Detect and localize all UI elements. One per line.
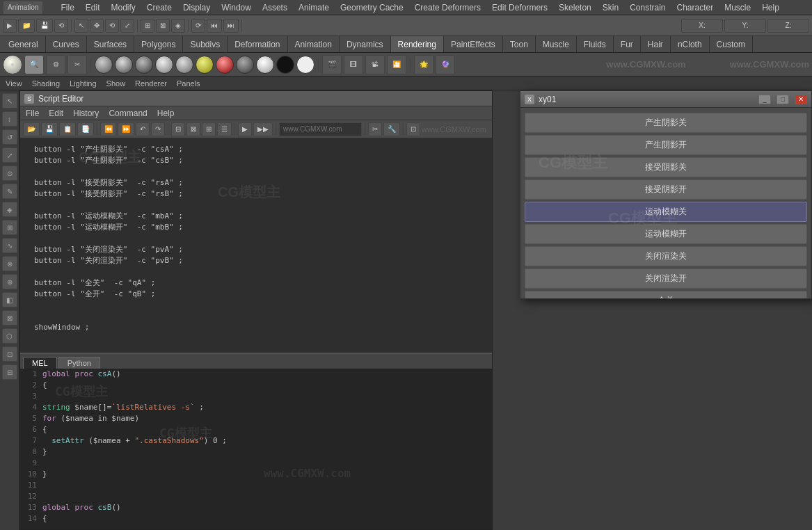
toolbar-btn-10[interactable]: ⊠ xyxy=(156,19,170,33)
xy01-btn-0[interactable]: 产生阴影关 xyxy=(525,113,807,133)
sidebar-snap[interactable]: ⊞ xyxy=(2,220,17,235)
menu-edit[interactable]: Edit xyxy=(83,3,103,13)
menu-createdef[interactable]: Create Deformers xyxy=(412,3,484,13)
menu-file[interactable]: File xyxy=(58,3,77,13)
sidebar-tool3[interactable]: ◧ xyxy=(2,292,17,307)
sidebar-move[interactable]: ↕ xyxy=(2,111,17,127)
toolbar-btn-5[interactable]: ↖ xyxy=(74,19,88,33)
tab-fur[interactable]: Fur xyxy=(614,36,641,52)
tab-polygons[interactable]: Polygons xyxy=(134,36,183,52)
xy01-btn-4[interactable]: 运动模糊关 xyxy=(525,202,807,222)
sub-shading[interactable]: Shading xyxy=(29,79,63,88)
xy01-btn-2[interactable]: 接受阴影关 xyxy=(525,157,807,177)
se-btn-10[interactable]: ⊠ xyxy=(186,122,200,136)
sidebar-curve[interactable]: ∿ xyxy=(2,238,17,253)
toolbar-btn-11[interactable]: ◈ xyxy=(171,19,185,33)
mode-dropdown[interactable]: Animation xyxy=(3,1,43,15)
xy01-maximize[interactable]: □ xyxy=(777,95,789,104)
xy01-btn-7[interactable]: 关闭渲染开 xyxy=(525,268,807,289)
xy01-btn-3[interactable]: 接受阴影开 xyxy=(525,179,807,200)
render-film-1[interactable]: 🎬 xyxy=(322,55,342,74)
tab-custom[interactable]: Custom xyxy=(710,36,753,52)
sphere-2[interactable] xyxy=(115,56,133,74)
render-film-4[interactable]: 🎦 xyxy=(387,55,406,74)
se-file[interactable]: File xyxy=(23,109,42,118)
se-history[interactable]: History xyxy=(70,109,102,118)
menu-skeleton[interactable]: Skeleton xyxy=(556,3,594,13)
render-icon-3[interactable]: ⚙ xyxy=(46,55,65,74)
render-icon-2[interactable]: 🔍 xyxy=(24,55,44,74)
sidebar-tool5[interactable]: ⬡ xyxy=(2,328,17,344)
render-misc-1[interactable]: 🌟 xyxy=(414,55,433,74)
se-btn-6[interactable]: ⏩ xyxy=(118,122,134,136)
toolbar-btn-9[interactable]: ⊞ xyxy=(141,19,154,33)
xy01-close[interactable]: ✕ xyxy=(795,95,807,104)
tab-hair[interactable]: Hair xyxy=(641,36,671,52)
sidebar-select[interactable]: ↖ xyxy=(2,93,17,109)
se-btn-box[interactable]: ⊡ xyxy=(406,122,420,136)
sphere-10[interactable] xyxy=(276,56,294,74)
se-btn-1[interactable]: 📂 xyxy=(23,122,40,136)
toolbar-btn-8[interactable]: ⤢ xyxy=(120,19,134,33)
sub-show[interactable]: Show xyxy=(104,79,129,88)
sphere-3[interactable] xyxy=(135,56,153,74)
tab-curves[interactable]: Curves xyxy=(46,36,87,52)
se-btn-wrench[interactable]: 🔧 xyxy=(383,122,400,136)
se-search[interactable] xyxy=(279,122,362,136)
tab-toon[interactable]: Toon xyxy=(503,36,536,52)
sub-panels[interactable]: Panels xyxy=(174,79,203,88)
se-btn-scissors[interactable]: ✂ xyxy=(368,122,382,136)
sidebar-tool4[interactable]: ⊠ xyxy=(2,310,17,326)
sidebar-tool6[interactable]: ⊡ xyxy=(2,346,17,362)
se-help[interactable]: Help xyxy=(154,109,177,118)
toolbar-x-input[interactable]: X: xyxy=(681,19,723,33)
tab-ncloth[interactable]: nCloth xyxy=(671,36,710,52)
sphere-9[interactable] xyxy=(256,56,274,74)
se-tab-mel[interactable]: MEL xyxy=(23,357,57,369)
se-tab-python[interactable]: Python xyxy=(58,357,100,369)
sphere-1[interactable] xyxy=(95,56,113,74)
sidebar-paint[interactable]: ✎ xyxy=(2,184,17,199)
menu-character[interactable]: Character xyxy=(674,3,716,13)
se-lower-code[interactable]: CG模型主 CG模型主 www.CGMXW.com 1 global proc … xyxy=(20,369,492,529)
toolbar-btn-14[interactable]: ⏭ xyxy=(223,19,239,33)
menu-animate[interactable]: Animate xyxy=(296,3,332,13)
tab-surfaces[interactable]: Surfaces xyxy=(87,36,134,52)
toolbar-y-input[interactable]: Y: xyxy=(724,19,766,33)
tab-deformation[interactable]: Deformation xyxy=(228,36,287,52)
se-btn-5[interactable]: ⏪ xyxy=(100,122,117,136)
menu-muscle[interactable]: Muscle xyxy=(722,3,754,13)
sub-view[interactable]: View xyxy=(3,79,25,88)
menu-constrain[interactable]: Constrain xyxy=(627,3,668,13)
tab-rendering[interactable]: Rendering xyxy=(391,36,444,52)
menu-create[interactable]: Create xyxy=(144,3,175,13)
tab-painteffects[interactable]: PaintEffects xyxy=(444,36,503,52)
sphere-11[interactable] xyxy=(296,56,315,74)
sphere-4[interactable] xyxy=(155,56,173,74)
sphere-7[interactable] xyxy=(216,56,234,74)
sidebar-lasso[interactable]: ⊙ xyxy=(2,166,17,181)
toolbar-btn-2[interactable]: 📁 xyxy=(18,19,35,33)
tab-general[interactable]: General xyxy=(1,36,46,52)
toolbar-z-input[interactable]: Z: xyxy=(767,19,809,33)
tab-animation[interactable]: Animation xyxy=(288,36,340,52)
menu-assets[interactable]: Assets xyxy=(260,3,290,13)
sub-lighting[interactable]: Lighting xyxy=(67,79,99,88)
menu-help[interactable]: Help xyxy=(759,3,782,13)
sidebar-tool2[interactable]: ⊕ xyxy=(2,274,17,289)
menu-window[interactable]: Window xyxy=(218,3,254,13)
toolbar-btn-1[interactable]: ▶ xyxy=(3,19,17,33)
tab-dynamics[interactable]: Dynamics xyxy=(340,36,391,52)
se-btn-4[interactable]: 📑 xyxy=(77,122,94,136)
menu-display[interactable]: Display xyxy=(180,3,213,13)
toolbar-btn-7[interactable]: ⟲ xyxy=(105,19,119,33)
render-icon-4[interactable]: ✂ xyxy=(67,55,87,74)
sidebar-tool1[interactable]: ⊗ xyxy=(2,256,17,271)
toolbar-btn-13[interactable]: ⏮ xyxy=(207,19,222,33)
se-command[interactable]: Command xyxy=(106,109,150,118)
toolbar-btn-3[interactable]: 💾 xyxy=(36,19,53,33)
render-icon-1[interactable]: ● xyxy=(3,55,22,74)
se-upper-code[interactable]: CG模型主 CG模型主 button -l "产生阴影关" -c "csA" ;… xyxy=(20,138,492,354)
sphere-5[interactable] xyxy=(175,56,193,74)
se-btn-9[interactable]: ⊟ xyxy=(171,122,185,136)
